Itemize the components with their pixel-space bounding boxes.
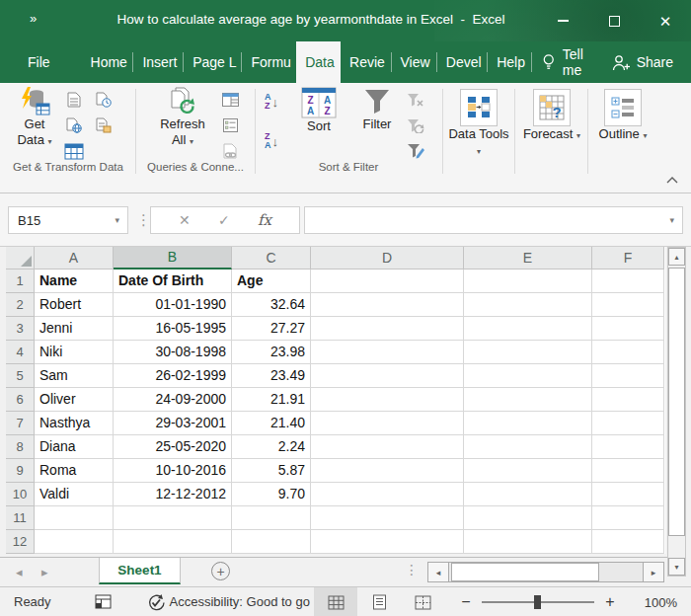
cell-C11[interactable] [232,506,311,530]
cell-D6[interactable] [311,388,464,412]
cell-E10[interactable] [464,483,592,506]
page-break-preview-button[interactable] [401,587,444,616]
tab-page-layout[interactable]: Page L [184,41,241,83]
cell-B3[interactable]: 16-05-1995 [114,317,232,341]
new-sheet-button[interactable]: + [211,562,230,580]
cell-F2[interactable] [592,293,664,317]
maximize-button[interactable] [588,0,640,41]
cell-F11[interactable] [592,506,664,530]
row-header-2[interactable]: 2 [6,293,35,317]
from-web-button[interactable] [63,115,85,136]
tab-formulas[interactable]: Formu [242,41,296,83]
tab-review[interactable]: Revie [341,41,391,83]
cell-E5[interactable] [464,364,592,388]
cell-C4[interactable]: 23.98 [232,341,311,364]
cell-A9[interactable]: Roma [35,459,114,483]
column-header-D[interactable]: D [311,247,464,270]
cell-F4[interactable] [592,341,664,364]
cell-B8[interactable]: 25-05-2020 [114,435,232,459]
sort-descending-button[interactable]: ZA↓ [265,132,278,150]
cell-F3[interactable] [592,317,664,341]
cell-E12[interactable] [464,530,592,554]
row-header-3[interactable]: 3 [6,317,35,341]
sheet-nav-next-button[interactable]: ▸ [41,565,48,579]
outline-button[interactable]: Outline ▾ [590,89,655,142]
cell-A11[interactable] [35,506,114,530]
cell-F7[interactable] [592,412,664,435]
row-header-8[interactable]: 8 [6,435,35,459]
vertical-scrollbar[interactable]: ▴ ▾ [667,247,686,577]
column-header-B[interactable]: B [114,247,232,270]
tab-help[interactable]: Help [488,41,531,83]
cell-A7[interactable]: Nasthya [35,412,114,435]
cell-B5[interactable]: 26-02-1999 [114,364,232,388]
cell-E9[interactable] [464,459,592,483]
formula-bar-grip[interactable]: ⋮ [136,211,151,229]
cell-A12[interactable] [35,530,114,554]
row-header-1[interactable]: 1 [6,270,35,293]
scrollbar-grip[interactable]: ⋮ [405,562,419,578]
sheet-nav-prev-button[interactable]: ◂ [16,565,23,579]
cell-D9[interactable] [311,459,464,483]
row-header-10[interactable]: 10 [6,483,35,506]
cell-F6[interactable] [592,388,664,412]
cancel-icon[interactable]: ✕ [179,212,191,228]
forecast-button[interactable]: ? Forecast ▾ [519,89,584,142]
cell-E7[interactable] [464,412,592,435]
share-button[interactable]: Share [612,41,673,83]
from-table-range-button[interactable] [63,140,85,162]
filter-button[interactable]: Filter [351,87,403,132]
cell-B4[interactable]: 30-08-1998 [114,341,232,364]
cell-D12[interactable] [311,530,464,554]
cell-C2[interactable]: 32.64 [232,293,311,317]
macro-record-button[interactable] [95,594,112,609]
queries-connections-button[interactable] [219,89,241,111]
cell-C1[interactable]: Age [232,270,311,293]
cell-C8[interactable]: 2.24 [232,435,311,459]
tab-file[interactable]: File [14,41,62,83]
cell-A10[interactable]: Valdi [35,483,114,506]
row-header-11[interactable]: 11 [6,506,35,530]
tab-home[interactable]: Home [82,41,133,83]
sort-ascending-button[interactable]: AZ↓ [265,93,278,111]
sheet-tab-sheet1[interactable]: Sheet1 [99,558,181,584]
zoom-slider-thumb[interactable] [534,595,541,609]
page-layout-view-button[interactable] [357,587,401,616]
select-all-corner[interactable] [6,247,35,270]
enter-icon[interactable]: ✓ [218,212,230,228]
formula-bar-expand-icon[interactable]: ▾ [669,215,674,225]
get-data-button[interactable]: Get Data ▾ [8,87,61,148]
cell-B11[interactable] [114,506,232,530]
cell-B6[interactable]: 24-09-2000 [114,388,232,412]
minimize-button[interactable] [537,0,588,41]
normal-view-button[interactable] [314,587,357,616]
cell-F10[interactable] [592,483,664,506]
cell-F1[interactable] [592,270,664,293]
row-header-5[interactable]: 5 [6,364,35,388]
column-header-F[interactable]: F [592,247,664,270]
row-header-7[interactable]: 7 [6,412,35,435]
recent-sources-button[interactable] [93,89,115,111]
zoom-out-button[interactable]: − [456,593,476,611]
cell-D11[interactable] [311,506,464,530]
cell-F5[interactable] [592,364,664,388]
cell-A2[interactable]: Robert [35,293,114,317]
cell-E11[interactable] [464,506,592,530]
scroll-right-button[interactable]: ▸ [643,563,663,581]
tab-developer[interactable]: Devel [437,41,488,83]
close-button[interactable]: ✕ [640,0,691,41]
cell-A8[interactable]: Diana [35,435,114,459]
data-tools-button[interactable]: Data Tools ▾ [446,89,511,158]
column-header-A[interactable]: A [35,247,114,270]
horizontal-scrollbar[interactable]: ◂ ▸ [427,562,664,582]
cell-C6[interactable]: 21.91 [232,388,311,412]
name-box[interactable]: B15 ▾ [8,206,128,234]
row-header-12[interactable]: 12 [6,530,35,554]
tab-data[interactable]: Data [296,41,341,83]
cell-E4[interactable] [464,341,592,364]
cell-D8[interactable] [311,435,464,459]
cell-D2[interactable] [311,293,464,317]
cell-A3[interactable]: Jenni [35,317,114,341]
cell-D1[interactable] [311,270,464,293]
cell-D7[interactable] [311,412,464,435]
